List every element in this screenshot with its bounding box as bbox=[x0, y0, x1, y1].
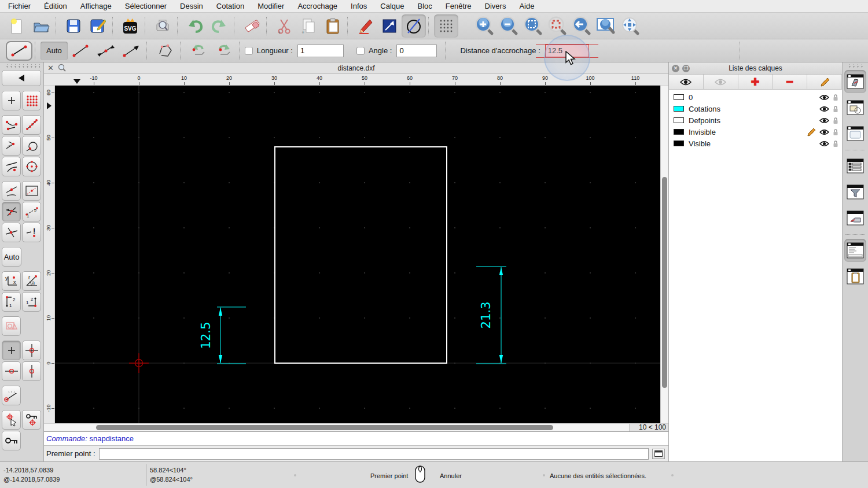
dock-layers-button[interactable] bbox=[844, 70, 866, 93]
snap-angle-button[interactable] bbox=[2, 386, 21, 405]
dock-wall-button[interactable] bbox=[844, 206, 866, 230]
lock-relative-zero-button[interactable] bbox=[22, 410, 41, 430]
add-layer-button[interactable]: ✚ bbox=[738, 75, 773, 89]
snap-on-entity-button[interactable] bbox=[22, 115, 41, 135]
line-both-directions-button[interactable] bbox=[93, 41, 119, 61]
menu-divers[interactable]: Divers bbox=[485, 2, 506, 10]
zoom-window-button[interactable] bbox=[594, 14, 618, 38]
cut-button[interactable]: + bbox=[272, 14, 296, 38]
restrict-horizontal-button[interactable] bbox=[2, 361, 21, 381]
restrict-vertical-button[interactable] bbox=[22, 361, 41, 381]
selection-pointer-button[interactable] bbox=[377, 14, 402, 38]
delete-button[interactable] bbox=[240, 14, 264, 38]
angle-input[interactable] bbox=[396, 45, 437, 57]
dock-blocks-button[interactable] bbox=[844, 96, 866, 119]
menu-bloc[interactable]: Bloc bbox=[417, 2, 432, 10]
command-input[interactable] bbox=[99, 448, 649, 460]
open-file-button[interactable] bbox=[29, 14, 53, 38]
layer-visibility-icon[interactable] bbox=[819, 141, 829, 147]
restrict-orthogonal-button[interactable] bbox=[22, 341, 41, 360]
absolute-point-button[interactable]: 12 bbox=[22, 292, 41, 312]
layer-visibility-icon[interactable] bbox=[819, 106, 829, 112]
layer-lock-icon[interactable] bbox=[833, 128, 838, 136]
undo-button[interactable] bbox=[183, 14, 207, 38]
dock-command-button[interactable] bbox=[844, 239, 866, 262]
snap-distance-button[interactable] bbox=[22, 181, 41, 201]
length-input[interactable] bbox=[297, 45, 344, 57]
menu-fichier[interactable]: Fichier bbox=[8, 2, 31, 10]
snap-tangent-button[interactable] bbox=[2, 157, 21, 176]
menu-aide[interactable]: Aide bbox=[519, 2, 534, 10]
copy-button[interactable]: + bbox=[296, 14, 321, 38]
layer-row-0[interactable]: 0 bbox=[669, 91, 842, 103]
vertical-scrollbar[interactable] bbox=[660, 86, 668, 423]
line-ray-button[interactable] bbox=[119, 41, 144, 61]
menu-accrochage[interactable]: Accrochage bbox=[297, 2, 337, 10]
menu-calque[interactable]: Calque bbox=[380, 2, 404, 10]
edit-layer-button[interactable] bbox=[807, 75, 842, 89]
pen-attributes-button[interactable] bbox=[353, 14, 377, 38]
layer-lock-icon[interactable] bbox=[833, 117, 838, 124]
exclusive-snap-button[interactable] bbox=[2, 316, 21, 336]
undo-segment-button[interactable] bbox=[186, 41, 211, 61]
snap-endpoints-button[interactable] bbox=[2, 115, 21, 135]
layer-lock-icon[interactable] bbox=[833, 140, 838, 147]
layer-row-cotations[interactable]: Cotations bbox=[669, 103, 842, 114]
layer-visibility-icon[interactable] bbox=[819, 129, 829, 135]
redo-button[interactable] bbox=[207, 14, 231, 38]
snap-quadrant-button[interactable] bbox=[22, 157, 41, 176]
zoom-auto-button[interactable] bbox=[521, 14, 545, 38]
zoom-in-button[interactable] bbox=[472, 14, 496, 38]
key-button[interactable] bbox=[2, 431, 21, 450]
vertical-scrollbar-thumb[interactable] bbox=[662, 177, 667, 388]
set-relative-zero-button[interactable] bbox=[2, 410, 21, 430]
dock-filter-button[interactable] bbox=[844, 180, 866, 204]
snap-intersection-manual-button[interactable] bbox=[2, 223, 21, 242]
snap-auto-button[interactable]: Auto bbox=[2, 247, 21, 267]
snap-perpendicular-button[interactable] bbox=[2, 136, 21, 156]
layer-row-invisible[interactable]: Invisible bbox=[669, 126, 842, 138]
toolbar-grip[interactable] bbox=[4, 64, 40, 69]
snap-center-button[interactable] bbox=[22, 136, 41, 156]
dock-library-button[interactable] bbox=[844, 122, 866, 145]
new-file-button[interactable] bbox=[5, 14, 29, 38]
layer-row-defpoints[interactable]: Defpoints bbox=[669, 114, 842, 126]
dock-grip[interactable] bbox=[847, 64, 864, 68]
paste-button[interactable] bbox=[321, 14, 345, 38]
dock-entity-list-button[interactable] bbox=[844, 154, 866, 178]
layer-visibility-icon[interactable] bbox=[819, 117, 829, 124]
snap-divide-button[interactable]: 12 bbox=[22, 202, 41, 221]
show-all-layers-button[interactable] bbox=[669, 75, 704, 89]
polyline-button[interactable] bbox=[152, 41, 178, 61]
line-mode-auto-button[interactable]: Auto bbox=[41, 42, 68, 60]
menu-fenetre[interactable]: Fenêtre bbox=[446, 2, 472, 10]
circle-tool-button[interactable] bbox=[402, 14, 426, 38]
zoom-pan-button[interactable] bbox=[618, 14, 642, 38]
document-tab-title[interactable]: distance.dxf bbox=[44, 64, 668, 72]
snap-free-button[interactable] bbox=[2, 91, 21, 110]
menu-cotation[interactable]: Cotation bbox=[216, 2, 244, 10]
line-two-points-button[interactable] bbox=[68, 41, 93, 61]
grid-toggle-button[interactable] bbox=[434, 14, 458, 38]
remove-layer-button[interactable]: ━ bbox=[773, 75, 807, 89]
snap-back-button[interactable] bbox=[2, 70, 41, 86]
print-preview-button[interactable] bbox=[150, 14, 175, 38]
command-window-button[interactable] bbox=[652, 449, 665, 459]
zoom-out-button[interactable] bbox=[496, 14, 521, 38]
dimension-12-5[interactable]: 12.5 bbox=[199, 307, 246, 364]
zoom-selected-button[interactable] bbox=[545, 14, 569, 38]
dimension-21-3[interactable]: 21.3 bbox=[476, 267, 506, 364]
redo-segment-button[interactable] bbox=[211, 41, 237, 61]
length-checkbox[interactable] bbox=[245, 47, 253, 55]
snap-grid-button[interactable] bbox=[22, 91, 41, 110]
restrict-nothing-button[interactable] bbox=[2, 341, 21, 360]
rectangle-entity[interactable] bbox=[275, 147, 447, 363]
hide-all-layers-button[interactable] bbox=[704, 75, 738, 89]
save-button[interactable] bbox=[61, 14, 86, 38]
snap-distance-input[interactable] bbox=[545, 45, 589, 57]
snap-intersection-button[interactable] bbox=[2, 202, 21, 221]
layer-visibility-icon[interactable] bbox=[819, 94, 829, 101]
coordinate-cartesian-button[interactable]: yx bbox=[2, 271, 21, 291]
dock-clipboard-button[interactable] bbox=[844, 265, 866, 288]
relative-point-button[interactable]: 12 bbox=[2, 292, 21, 312]
